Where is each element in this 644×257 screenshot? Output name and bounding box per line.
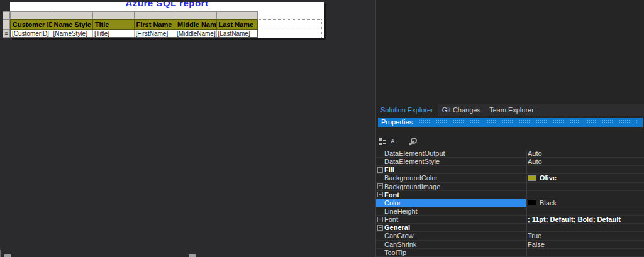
- tablix-data-row[interactable]: [CustomerID][NameStyle][Title][FirstName…: [10, 30, 258, 38]
- header-cell-4[interactable]: Middle Nam: [175, 20, 217, 29]
- property-row-backgroundcolor[interactable]: BackgroundColorOlive: [376, 174, 644, 182]
- tool-window-tabstrip: Solution ExplorerGit ChangesTeam Explore…: [376, 104, 644, 116]
- layout-guide-line: [258, 19, 321, 20]
- property-name-cell[interactable]: −General: [376, 224, 526, 231]
- property-value-cell[interactable]: [528, 224, 644, 231]
- data-cell-2[interactable]: [Title]: [93, 30, 135, 37]
- property-value-cell[interactable]: ; 11pt; Default; Bold; Default: [528, 216, 644, 223]
- data-cell-0[interactable]: [CustomerID]: [11, 30, 52, 37]
- tablix-data-row-handle[interactable]: ≡: [3, 30, 10, 38]
- property-value-cell[interactable]: [528, 249, 644, 256]
- header-cell-5[interactable]: Last Name: [217, 20, 258, 29]
- property-value: Auto: [528, 150, 542, 157]
- property-row-fill[interactable]: −Fill: [376, 166, 644, 174]
- property-row-dataelementoutput[interactable]: DataElementOutputAuto: [376, 150, 644, 158]
- tablix-corner-handle[interactable]: [3, 11, 10, 19]
- column-handle[interactable]: [93, 12, 135, 19]
- property-value-cell[interactable]: Black: [528, 199, 644, 207]
- property-name-cell[interactable]: −Font: [376, 191, 526, 199]
- tablix-column-handles[interactable]: [10, 11, 258, 19]
- property-name: ToolTip: [376, 249, 406, 256]
- sort-alphabetical-icon[interactable]: A↓: [391, 138, 400, 146]
- property-row-color[interactable]: ColorBlack: [376, 199, 644, 207]
- property-value-cell[interactable]: [528, 183, 644, 190]
- property-name-cell[interactable]: +BackgroundImage: [376, 183, 526, 190]
- layout-guide-line: [321, 19, 322, 38]
- tab-solution-explorer[interactable]: Solution Explorer: [376, 104, 438, 116]
- color-swatch: [528, 200, 536, 205]
- column-handle[interactable]: [11, 12, 52, 19]
- property-row-cangrow[interactable]: CanGrowTrue: [376, 232, 644, 240]
- column-handle[interactable]: [175, 12, 217, 19]
- column-handle[interactable]: [217, 12, 258, 19]
- property-row-tooltip[interactable]: ToolTip: [376, 249, 644, 257]
- report-design-surface[interactable]: Azure SQL report ≡ Customer IDName Style…: [0, 0, 375, 257]
- property-pages-icon[interactable]: [409, 137, 418, 146]
- properties-window-titlebar[interactable]: Properties: [378, 118, 643, 127]
- tab-team-explorer[interactable]: Team Explorer: [485, 104, 538, 116]
- property-name-cell[interactable]: BackgroundColor: [376, 174, 526, 182]
- header-cell-1[interactable]: Name Style: [52, 20, 94, 29]
- property-name-cell[interactable]: LineHeight: [376, 207, 526, 215]
- property-name-cell[interactable]: CanShrink: [376, 241, 526, 248]
- property-name: DataElementOutput: [376, 150, 445, 157]
- property-name: Font: [383, 191, 399, 199]
- data-cell-5[interactable]: [LastName]: [217, 30, 258, 37]
- categorized-icon[interactable]: [379, 138, 387, 146]
- property-name-cell[interactable]: +Font: [376, 216, 526, 223]
- property-row-font[interactable]: +Font; 11pt; Default; Bold; Default: [376, 216, 644, 224]
- property-name-cell[interactable]: Color: [376, 199, 526, 207]
- property-value-cell[interactable]: Olive: [528, 174, 644, 182]
- property-name-cell[interactable]: DataElementStyle: [376, 158, 526, 165]
- property-name: Font: [383, 216, 398, 223]
- scrollbar-fragment: [189, 254, 196, 257]
- property-name-cell[interactable]: −Fill: [376, 166, 526, 173]
- property-value-cell[interactable]: [528, 166, 644, 173]
- property-value-cell[interactable]: True: [528, 232, 644, 239]
- property-row-general[interactable]: −General: [376, 224, 644, 232]
- property-value-cell[interactable]: Auto: [528, 158, 644, 165]
- property-name: BackgroundImage: [383, 183, 440, 190]
- property-name: Color: [376, 199, 401, 207]
- property-name: Fill: [383, 166, 394, 173]
- data-cell-1[interactable]: [NameStyle]: [52, 30, 94, 37]
- header-cell-3[interactable]: First Name: [135, 20, 176, 29]
- property-row-canshrink[interactable]: CanShrinkFalse: [376, 241, 644, 249]
- property-row-lineheight[interactable]: LineHeight: [376, 207, 644, 216]
- layout-guide-line: [258, 30, 321, 30]
- property-name: CanShrink: [376, 241, 416, 248]
- property-value-cell[interactable]: False: [528, 241, 644, 248]
- data-cell-4[interactable]: [MiddleName]: [175, 30, 217, 37]
- tablix-header-row-handle[interactable]: [3, 19, 10, 30]
- property-name-cell[interactable]: CanGrow: [376, 232, 526, 239]
- property-value: ; 11pt; Default; Bold; Default: [528, 216, 621, 223]
- expand-icon[interactable]: +: [377, 217, 383, 222]
- collapse-icon[interactable]: −: [377, 192, 383, 197]
- row-grip-icon: ≡: [4, 30, 8, 36]
- property-name: BackgroundColor: [376, 174, 438, 182]
- collapse-icon[interactable]: −: [377, 225, 383, 231]
- property-name-cell[interactable]: DataElementOutput: [376, 150, 526, 157]
- tablix-header-row[interactable]: Customer IDName StyleTitleFirst NameMidd…: [10, 19, 258, 30]
- property-name: General: [383, 224, 410, 231]
- properties-grid: DataElementOutputAutoDataElementStyleAut…: [376, 150, 644, 257]
- property-name-cell[interactable]: ToolTip: [376, 249, 526, 256]
- data-cell-3[interactable]: [FirstName]: [135, 30, 176, 37]
- property-row-backgroundimage[interactable]: +BackgroundImage: [376, 183, 644, 191]
- property-name: CanGrow: [376, 232, 413, 239]
- property-value-cell[interactable]: Auto: [528, 150, 644, 157]
- report-title-textbox[interactable]: Azure SQL report: [10, 2, 324, 8]
- header-cell-2[interactable]: Title: [93, 20, 135, 29]
- collapse-icon[interactable]: −: [377, 167, 383, 173]
- tab-git-changes[interactable]: Git Changes: [438, 104, 485, 116]
- property-row-font[interactable]: −Font: [376, 191, 644, 199]
- property-row-dataelementstyle[interactable]: DataElementStyleAuto: [376, 158, 644, 166]
- property-value-cell[interactable]: [528, 207, 644, 215]
- column-handle[interactable]: [52, 12, 94, 19]
- header-cell-0[interactable]: Customer ID: [11, 20, 52, 29]
- scrollbar-fragment: [0, 250, 1, 257]
- column-handle[interactable]: [135, 12, 176, 19]
- expand-icon[interactable]: +: [377, 183, 383, 189]
- property-value-cell[interactable]: [528, 191, 644, 199]
- properties-window-title: Properties: [378, 118, 413, 127]
